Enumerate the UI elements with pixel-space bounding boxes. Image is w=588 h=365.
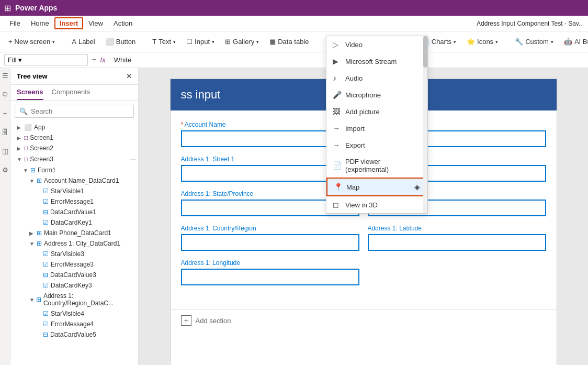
- chevron-down-icon-4: ▾: [256, 39, 259, 45]
- add-section-button[interactable]: + Add section: [171, 309, 557, 331]
- video-icon: ▷: [333, 40, 341, 49]
- tree-item-starvisible3[interactable]: ☑ StarVisible3: [10, 249, 138, 259]
- button-icon: ⬜: [106, 38, 114, 46]
- form-section-4: Address 1: Country/Region Address 1: Lat…: [181, 225, 546, 251]
- dropdown-add-picture[interactable]: 🖼 Add picture: [326, 103, 427, 120]
- dropdown-audio[interactable]: ♪ Audio: [326, 70, 427, 86]
- tree-item-city-card[interactable]: ▼ ⊞ Address 1: City_DataCard1: [10, 238, 138, 249]
- tree-item-account-card[interactable]: ▼ ⊞ Account Name_DataCard1: [10, 175, 138, 186]
- sidebar-icon-layers[interactable]: ⧉: [0, 89, 10, 99]
- input-button[interactable]: ☐ Input ▾: [182, 36, 219, 48]
- search-input[interactable]: [31, 107, 129, 115]
- sidebar-icon-components[interactable]: ◫: [0, 146, 10, 156]
- tree-item-datacardvalue1[interactable]: ⊟ DataCardValue1: [10, 207, 138, 217]
- field-icon: ☑: [43, 198, 49, 205]
- tree-view-close-icon[interactable]: ✕: [126, 72, 132, 80]
- card-icon: ⊞: [36, 296, 41, 303]
- menu-file[interactable]: File: [4, 17, 26, 29]
- dropdown-map[interactable]: 📍 Map ◈: [326, 178, 427, 196]
- dropdown-pdf-viewer[interactable]: 📄 PDF viewer (experimental): [326, 153, 427, 178]
- tab-screens[interactable]: Screens: [17, 88, 43, 100]
- dropdown-view-3d[interactable]: ◻ View in 3D: [326, 196, 427, 213]
- ai-builder-button[interactable]: 🤖 AI Builder ▾: [560, 36, 588, 48]
- property-dropdown[interactable]: Fill ▾: [4, 54, 88, 65]
- dropdown-microsoft-stream[interactable]: ▶ Microsoft Stream: [326, 53, 427, 70]
- tree-view-title: Tree view: [17, 72, 48, 80]
- tree-item-label: ErrorMessage4: [51, 320, 94, 328]
- grid-icon[interactable]: ⊞: [4, 3, 11, 13]
- more-icon[interactable]: ···: [130, 155, 136, 163]
- tree-item-label: DataCardValue1: [50, 208, 96, 216]
- input-country[interactable]: [181, 234, 359, 251]
- formula-bar: Fill ▾ = fx White: [0, 52, 588, 68]
- picture-icon: 🖼: [333, 107, 341, 116]
- text-button[interactable]: T Text ▾: [148, 36, 180, 48]
- tree-item-app[interactable]: ▶ ⬜ App: [10, 122, 138, 132]
- button-button[interactable]: ⬜ Button: [101, 36, 140, 48]
- gallery-button[interactable]: ⊞ Gallery ▾: [221, 36, 263, 48]
- tree-item-errormessage1[interactable]: ☑ ErrorMessage1: [10, 196, 138, 207]
- field-icon: ☑: [43, 320, 49, 328]
- import-icon: →: [333, 124, 341, 132]
- new-screen-button[interactable]: + New screen ▾: [4, 36, 59, 48]
- dropdown-item-label: Microsoft Stream: [345, 58, 397, 65]
- tree-item-label: DataCardValue5: [50, 331, 96, 338]
- input-latitude[interactable]: [368, 234, 546, 251]
- microphone-icon: 🎤: [333, 91, 341, 99]
- tab-components[interactable]: Components: [52, 88, 91, 100]
- input-longitude[interactable]: [181, 269, 359, 285]
- sidebar-icon-data[interactable]: 🗄: [0, 127, 10, 137]
- dropdown-scrollbar[interactable]: [423, 36, 427, 213]
- tree-item-label: StarVisible4: [51, 310, 84, 317]
- tree-item-starvisible4[interactable]: ☑ StarVisible4: [10, 308, 138, 319]
- tree-view-header: Tree view ✕: [10, 68, 138, 85]
- tree-item-errormessage3[interactable]: ☑ ErrorMessage3: [10, 259, 138, 270]
- menu-action[interactable]: Action: [108, 17, 138, 29]
- tree-view-tabs: Screens Components: [10, 85, 138, 101]
- custom-button[interactable]: 🔧 Custom ▾: [511, 36, 558, 48]
- tree-item-mainphone-card[interactable]: ▶ ⊞ Main Phone_DataCard1: [10, 228, 138, 238]
- field-latitude: Address 1: Latitude: [368, 225, 546, 251]
- dropdown-item-label: Video: [345, 41, 363, 49]
- tree-item-screen1[interactable]: ▶ □ Screen1: [10, 132, 138, 143]
- dropdown-item-label: PDF viewer (experimental): [345, 158, 421, 173]
- tree-item-label: DataCardKey3: [51, 282, 92, 289]
- chevron-icon: ▼: [23, 168, 29, 173]
- dropdown-import[interactable]: → Import: [326, 120, 427, 137]
- icons-button[interactable]: ⭐ Icons ▾: [462, 36, 502, 48]
- tree-item-datacardvalue5[interactable]: ⊟ DataCardValue5: [10, 329, 138, 340]
- title-bar: ⊞ Power Apps: [0, 0, 588, 16]
- sidebar-icon-add[interactable]: +: [0, 108, 10, 118]
- window-title: Address Input Component Test - Sav...: [477, 20, 584, 27]
- dropdown-export[interactable]: → Export: [326, 137, 427, 153]
- menu-insert[interactable]: Insert: [54, 17, 83, 29]
- data-table-button[interactable]: ▦ Data table: [265, 36, 313, 48]
- screen-icon: □: [24, 156, 28, 163]
- field-icon: ⊟: [43, 271, 48, 279]
- tree-item-label: Screen3: [30, 156, 53, 163]
- tree-item-starvisible1[interactable]: ☑ StarVisible1: [10, 186, 138, 196]
- label-button[interactable]: A Label: [67, 36, 99, 48]
- menu-view[interactable]: View: [83, 17, 108, 29]
- tree-item-country-card[interactable]: ▼ ⊞ Address 1: Country/Region_DataC...: [10, 291, 138, 308]
- chevron-icon: ▶: [17, 135, 23, 141]
- tree-item-datacardkey1[interactable]: ☑ DataCardKey1: [10, 217, 138, 228]
- tree-item-form1[interactable]: ▼ ⊟ Form1: [10, 165, 138, 175]
- chevron-icon: ▼: [29, 178, 36, 184]
- menu-home[interactable]: Home: [26, 17, 54, 29]
- ai-builder-icon: 🤖: [564, 38, 572, 46]
- tree-item-screen3[interactable]: ▼ □ Screen3 ···: [10, 153, 138, 165]
- tree-item-datacardkey3[interactable]: ☑ DataCardKey3: [10, 280, 138, 291]
- dropdown-item-label: Audio: [345, 74, 363, 82]
- tree-item-label: Account Name_DataCard1: [44, 177, 119, 184]
- dropdown-microphone[interactable]: 🎤 Microphone: [326, 86, 427, 103]
- tree-item-screen2[interactable]: ▶ □ Screen2: [10, 143, 138, 153]
- sidebar-icon-settings[interactable]: ⚙: [0, 164, 10, 175]
- dropdown-item-label: Export: [345, 141, 365, 149]
- chevron-down-icon: ▾: [52, 39, 55, 45]
- chevron-icon: ▶: [17, 146, 23, 151]
- tree-item-errormessage4[interactable]: ☑ ErrorMessage4: [10, 319, 138, 329]
- sidebar-icon-menu[interactable]: ☰: [0, 70, 10, 81]
- dropdown-video[interactable]: ▷ Video: [326, 36, 427, 53]
- tree-item-datacardvalue3[interactable]: ⊟ DataCardValue3: [10, 270, 138, 280]
